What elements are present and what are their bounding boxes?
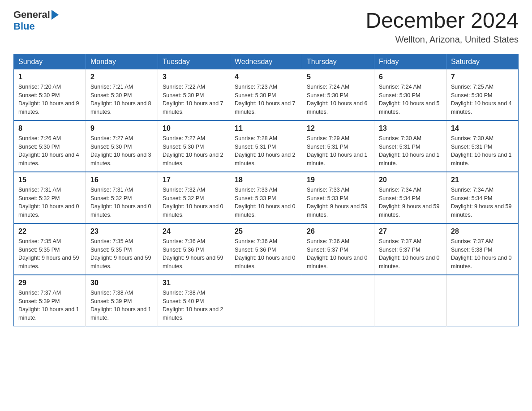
day-info: Sunrise: 7:34 AMSunset: 5:34 PMDaylight:… — [379, 187, 440, 218]
calendar-cell: 9 Sunrise: 7:27 AMSunset: 5:30 PMDayligh… — [86, 120, 158, 172]
day-number: 22 — [18, 227, 81, 235]
calendar-cell: 27 Sunrise: 7:37 AMSunset: 5:37 PMDaylig… — [374, 223, 446, 275]
calendar-cell: 10 Sunrise: 7:27 AMSunset: 5:30 PMDaylig… — [158, 120, 230, 172]
calendar-cell — [230, 275, 302, 326]
day-info: Sunrise: 7:36 AMSunset: 5:36 PMDaylight:… — [163, 238, 223, 270]
day-info: Sunrise: 7:36 AMSunset: 5:36 PMDaylight:… — [235, 238, 296, 270]
title-block: December 2024 Wellton, Arizona, United S… — [365, 9, 519, 45]
day-number: 13 — [379, 124, 442, 133]
day-number: 21 — [451, 176, 514, 184]
calendar-cell: 5 Sunrise: 7:24 AMSunset: 5:30 PMDayligh… — [302, 69, 374, 120]
day-number: 6 — [379, 73, 442, 81]
calendar-cell: 11 Sunrise: 7:28 AMSunset: 5:31 PMDaylig… — [230, 120, 302, 172]
calendar-cell: 8 Sunrise: 7:26 AMSunset: 5:30 PMDayligh… — [14, 120, 86, 172]
day-info: Sunrise: 7:38 AMSunset: 5:40 PMDaylight:… — [163, 290, 223, 321]
calendar-cell: 30 Sunrise: 7:38 AMSunset: 5:39 PMDaylig… — [86, 275, 158, 326]
day-info: Sunrise: 7:27 AMSunset: 5:30 PMDaylight:… — [90, 135, 151, 167]
day-info: Sunrise: 7:25 AMSunset: 5:30 PMDaylight:… — [451, 84, 512, 115]
calendar-cell: 4 Sunrise: 7:23 AMSunset: 5:30 PMDayligh… — [230, 69, 302, 120]
calendar-cell: 24 Sunrise: 7:36 AMSunset: 5:36 PMDaylig… — [158, 223, 230, 275]
day-number: 20 — [379, 176, 442, 184]
day-header-thursday: Thursday — [302, 54, 374, 69]
calendar-cell: 21 Sunrise: 7:34 AMSunset: 5:34 PMDaylig… — [446, 172, 519, 223]
day-header-tuesday: Tuesday — [158, 54, 230, 69]
day-info: Sunrise: 7:20 AMSunset: 5:30 PMDaylight:… — [18, 84, 79, 115]
day-info: Sunrise: 7:31 AMSunset: 5:32 PMDaylight:… — [90, 187, 151, 218]
calendar-cell: 3 Sunrise: 7:22 AMSunset: 5:30 PMDayligh… — [158, 69, 230, 120]
day-info: Sunrise: 7:29 AMSunset: 5:31 PMDaylight:… — [307, 135, 368, 167]
day-info: Sunrise: 7:33 AMSunset: 5:33 PMDaylight:… — [235, 187, 296, 218]
calendar-week-row: 8 Sunrise: 7:26 AMSunset: 5:30 PMDayligh… — [14, 120, 519, 172]
day-number: 26 — [307, 227, 369, 235]
day-header-wednesday: Wednesday — [230, 54, 302, 69]
day-number: 23 — [90, 227, 153, 235]
day-number: 9 — [90, 124, 153, 133]
day-info: Sunrise: 7:31 AMSunset: 5:32 PMDaylight:… — [18, 187, 79, 218]
day-info: Sunrise: 7:28 AMSunset: 5:31 PMDaylight:… — [235, 135, 296, 167]
day-info: Sunrise: 7:35 AMSunset: 5:35 PMDaylight:… — [18, 238, 79, 270]
day-info: Sunrise: 7:33 AMSunset: 5:33 PMDaylight:… — [307, 187, 368, 218]
day-number: 15 — [18, 176, 81, 184]
calendar-cell — [374, 275, 446, 326]
calendar-cell: 17 Sunrise: 7:32 AMSunset: 5:32 PMDaylig… — [158, 172, 230, 223]
calendar-cell: 1 Sunrise: 7:20 AMSunset: 5:30 PMDayligh… — [14, 69, 86, 120]
calendar-cell: 7 Sunrise: 7:25 AMSunset: 5:30 PMDayligh… — [446, 69, 519, 120]
day-info: Sunrise: 7:38 AMSunset: 5:39 PMDaylight:… — [90, 290, 151, 321]
calendar-header-row: SundayMondayTuesdayWednesdayThursdayFrid… — [14, 54, 519, 69]
day-number: 1 — [18, 73, 81, 81]
day-number: 16 — [90, 176, 153, 184]
day-number: 24 — [163, 227, 225, 235]
day-info: Sunrise: 7:21 AMSunset: 5:30 PMDaylight:… — [90, 84, 151, 115]
day-number: 4 — [235, 73, 297, 81]
location-subtitle: Wellton, Arizona, United States — [365, 34, 519, 45]
day-info: Sunrise: 7:32 AMSunset: 5:32 PMDaylight:… — [163, 187, 223, 218]
day-number: 5 — [307, 73, 369, 81]
day-number: 8 — [18, 124, 81, 133]
day-number: 28 — [451, 227, 514, 235]
day-info: Sunrise: 7:23 AMSunset: 5:30 PMDaylight:… — [235, 84, 296, 115]
day-number: 29 — [18, 279, 81, 287]
day-number: 11 — [235, 124, 297, 133]
day-header-monday: Monday — [86, 54, 158, 69]
day-number: 25 — [235, 227, 297, 235]
calendar-cell: 2 Sunrise: 7:21 AMSunset: 5:30 PMDayligh… — [86, 69, 158, 120]
day-info: Sunrise: 7:35 AMSunset: 5:35 PMDaylight:… — [90, 238, 151, 270]
day-number: 31 — [163, 279, 225, 287]
logo: General Blue — [13, 9, 59, 32]
day-info: Sunrise: 7:34 AMSunset: 5:34 PMDaylight:… — [451, 187, 512, 218]
calendar-cell: 19 Sunrise: 7:33 AMSunset: 5:33 PMDaylig… — [302, 172, 374, 223]
day-info: Sunrise: 7:27 AMSunset: 5:30 PMDaylight:… — [163, 135, 223, 167]
day-info: Sunrise: 7:30 AMSunset: 5:31 PMDaylight:… — [379, 135, 440, 167]
calendar-cell: 14 Sunrise: 7:30 AMSunset: 5:31 PMDaylig… — [446, 120, 519, 172]
day-number: 7 — [451, 73, 514, 81]
day-number: 12 — [307, 124, 369, 133]
month-year-title: December 2024 — [365, 9, 519, 33]
day-number: 19 — [307, 176, 369, 184]
day-info: Sunrise: 7:36 AMSunset: 5:37 PMDaylight:… — [307, 238, 368, 270]
calendar-cell: 25 Sunrise: 7:36 AMSunset: 5:36 PMDaylig… — [230, 223, 302, 275]
day-number: 18 — [235, 176, 297, 184]
day-number: 30 — [90, 279, 153, 287]
logo-general-text: General — [13, 9, 50, 21]
calendar-cell: 6 Sunrise: 7:24 AMSunset: 5:30 PMDayligh… — [374, 69, 446, 120]
calendar-week-row: 15 Sunrise: 7:31 AMSunset: 5:32 PMDaylig… — [14, 172, 519, 223]
day-number: 2 — [90, 73, 153, 81]
calendar-cell: 31 Sunrise: 7:38 AMSunset: 5:40 PMDaylig… — [158, 275, 230, 326]
day-info: Sunrise: 7:30 AMSunset: 5:31 PMDaylight:… — [451, 135, 512, 167]
logo-triangle-icon — [51, 10, 59, 20]
calendar-cell: 20 Sunrise: 7:34 AMSunset: 5:34 PMDaylig… — [374, 172, 446, 223]
calendar-cell: 28 Sunrise: 7:37 AMSunset: 5:38 PMDaylig… — [446, 223, 519, 275]
day-info: Sunrise: 7:37 AMSunset: 5:37 PMDaylight:… — [379, 238, 440, 270]
day-number: 27 — [379, 227, 442, 235]
calendar-cell: 15 Sunrise: 7:31 AMSunset: 5:32 PMDaylig… — [14, 172, 86, 223]
day-info: Sunrise: 7:37 AMSunset: 5:38 PMDaylight:… — [451, 238, 512, 270]
calendar-week-row: 29 Sunrise: 7:37 AMSunset: 5:39 PMDaylig… — [14, 275, 519, 326]
day-number: 14 — [451, 124, 514, 133]
day-info: Sunrise: 7:22 AMSunset: 5:30 PMDaylight:… — [163, 84, 223, 115]
day-number: 10 — [163, 124, 225, 133]
calendar-week-row: 1 Sunrise: 7:20 AMSunset: 5:30 PMDayligh… — [14, 69, 519, 120]
day-info: Sunrise: 7:26 AMSunset: 5:30 PMDaylight:… — [18, 135, 79, 167]
logo-blue-text: Blue — [13, 21, 35, 32]
calendar-cell — [302, 275, 374, 326]
calendar-cell: 13 Sunrise: 7:30 AMSunset: 5:31 PMDaylig… — [374, 120, 446, 172]
